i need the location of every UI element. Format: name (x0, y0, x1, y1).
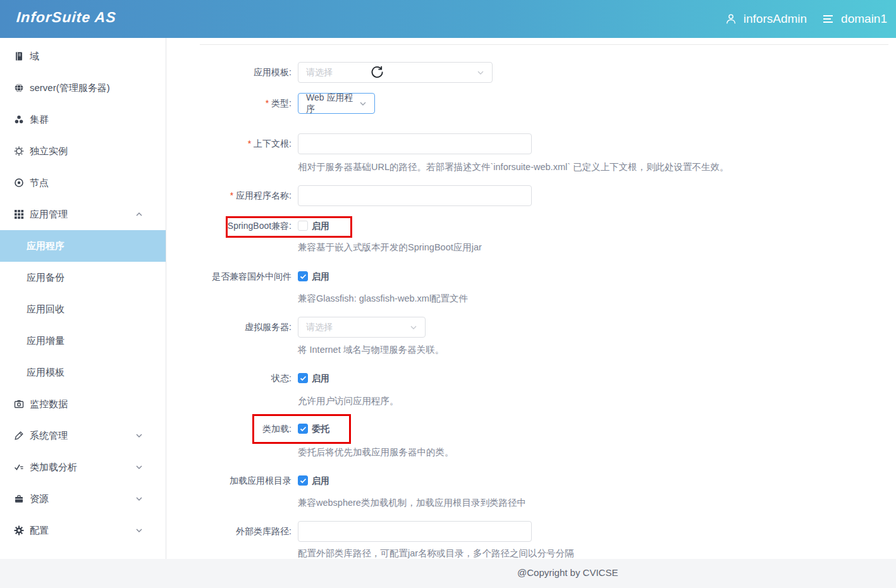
chevron-up-icon (135, 212, 143, 217)
chevron-down-icon (477, 70, 484, 75)
field-help-text: 兼容Glassfish: glassfish-web.xml配置文件 (298, 293, 468, 305)
field-label: 类加载: (167, 422, 292, 435)
username[interactable]: inforsAdmin (744, 12, 807, 26)
sidebar-item-server[interactable]: server(管理服务器) (0, 72, 166, 104)
page-footer: @Copyright by CVICSE (0, 559, 896, 588)
field-label: *上下文根: (167, 133, 292, 154)
sidebar-item-domain[interactable]: 域 (0, 40, 166, 72)
field-label: 外部类库路径: (167, 521, 292, 542)
sidebar-item-node[interactable]: 节点 (0, 167, 166, 199)
checkbox-label: 启用 (312, 219, 329, 232)
field-help-text: 兼容基于嵌入式版本开发的SpringBoot应用jar (298, 242, 482, 254)
checkbox-label: 启用 (312, 474, 329, 487)
pencil-icon (14, 431, 24, 441)
cluster-icon (14, 114, 24, 125)
form-row-status: 状态: 启用 (167, 372, 896, 384)
field-label: *类型: (167, 93, 292, 114)
globe-icon (14, 83, 24, 93)
context-root-input[interactable] (298, 133, 532, 154)
sidebar-item-classload-analysis[interactable]: 类加载分析 (0, 451, 166, 483)
foreign-middleware-checkbox[interactable] (298, 271, 308, 281)
chevron-down-icon (135, 528, 143, 533)
classload-checkbox[interactable] (298, 424, 308, 434)
sidebar-subitem-app-template[interactable]: 应用模板 (0, 357, 166, 388)
sidebar-subitem-applications[interactable]: 应用程序 (0, 230, 166, 262)
content-divider (200, 44, 888, 45)
field-label: 是否兼容国外中间件 (167, 270, 292, 283)
form-row-virtual-server: 虚拟服务器: 请选择 (167, 317, 896, 338)
form-row-external-classpath: 外部类库路径: (167, 521, 896, 542)
field-help-text: 将 Internet 域名与物理服务器关联。 (298, 344, 444, 356)
grid-icon (14, 209, 24, 219)
chevron-down-icon (410, 325, 417, 330)
sidebar-item-app-management[interactable]: 应用管理 (0, 199, 166, 230)
header-right: inforsAdmin domain1 (725, 0, 887, 38)
field-label: *应用程序名称: (167, 185, 292, 206)
field-help-text: 允许用户访问应用程序。 (298, 395, 399, 407)
sidebar-item-resource[interactable]: 资源 (0, 483, 166, 515)
springboot-compat-checkbox[interactable] (298, 221, 308, 231)
app-name-input[interactable] (298, 185, 532, 206)
chevron-down-icon (135, 433, 143, 438)
field-label: 应用模板: (167, 62, 292, 83)
sidebar-item-monitor-data[interactable]: 监控数据 (0, 388, 166, 420)
chevron-down-icon (135, 496, 143, 501)
checklist-icon (14, 462, 24, 472)
form-row-classload: 类加载: 委托 (167, 422, 896, 435)
app-template-select[interactable]: 请选择 (298, 62, 493, 83)
sidebar-item-config[interactable]: 配置 (0, 515, 166, 546)
form-row-load-approot: 加载应用根目录 启用 (167, 474, 896, 487)
form-row-app-name: *应用程序名称: (167, 185, 896, 207)
field-label: SpringBoot兼容: (167, 219, 292, 232)
domain-list-icon (822, 13, 835, 25)
sidebar-subitem-app-increment[interactable]: 应用增量 (0, 325, 166, 357)
form-row-app-template: 应用模板: 请选择 (167, 62, 896, 83)
sidebar-item-system-management[interactable]: 系统管理 (0, 420, 166, 451)
checkbox-label: 启用 (312, 270, 329, 283)
chevron-down-icon (135, 465, 143, 470)
user-icon (725, 13, 737, 25)
main-content: 应用模板: 请选择 *类型: Web 应用程序 *上下文根: (167, 38, 896, 559)
briefcase-icon (14, 494, 24, 504)
node-icon (14, 178, 24, 188)
domain-name[interactable]: domain1 (841, 12, 887, 26)
camera-icon (14, 399, 24, 409)
external-classpath-input[interactable] (298, 521, 532, 542)
app-root: InforSuite AS inforsAdmin domain1 域 serv… (0, 0, 896, 588)
sidebar: 域 server(管理服务器) 集群 独立实例 节点 (0, 38, 166, 559)
field-help-text: 委托后将优先加载应用服务器中的类。 (298, 446, 454, 458)
form-row-type: *类型: Web 应用程序 (167, 93, 896, 114)
status-checkbox[interactable] (298, 373, 308, 383)
refresh-icon[interactable] (371, 65, 384, 78)
virtual-server-select[interactable]: 请选择 (298, 317, 426, 338)
form-row-springboot-compat: SpringBoot兼容: 启用 (167, 219, 896, 232)
gear-outline-icon (14, 146, 24, 156)
type-select[interactable]: Web 应用程序 (298, 93, 375, 114)
form-row-context-root: *上下文根: (167, 133, 896, 155)
app-logo: InforSuite AS (16, 9, 117, 26)
field-label: 加载应用根目录 (167, 474, 292, 487)
checkbox-label: 启用 (312, 372, 329, 384)
copyright-text: @Copyright by CVICSE (517, 567, 618, 578)
chevron-down-icon (359, 101, 367, 106)
checkbox-label: 委托 (312, 422, 329, 435)
sidebar-item-cluster[interactable]: 集群 (0, 104, 166, 135)
sidebar-subitem-app-recycle[interactable]: 应用回收 (0, 293, 166, 325)
gear-icon (14, 525, 24, 536)
load-approot-checkbox[interactable] (298, 475, 308, 486)
field-label: 虚拟服务器: (167, 317, 292, 338)
field-help-text: 兼容websphere类加载机制，加载应用根目录到类路径中 (298, 497, 526, 509)
field-label: 状态: (167, 372, 292, 384)
form-row-foreign-middleware: 是否兼容国外中间件 启用 (167, 270, 896, 283)
sidebar-subitem-app-backup[interactable]: 应用备份 (0, 262, 166, 293)
book-icon (14, 51, 24, 61)
field-help-text: 相对于服务器基础URL的路径。若部署描述文件`inforsuite-web.xm… (298, 161, 729, 173)
sidebar-item-standalone-instance[interactable]: 独立实例 (0, 135, 166, 167)
top-header: InforSuite AS inforsAdmin domain1 (0, 0, 896, 38)
field-help-text: 配置外部类库路径，可配置jar名称或目录，多个路径之间以分号分隔 (298, 548, 574, 560)
